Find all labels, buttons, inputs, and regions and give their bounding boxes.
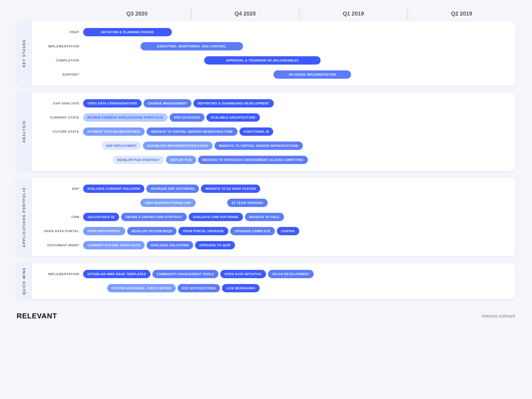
sap-deployment-pill: SAP DEPLOYMENT	[102, 142, 141, 150]
reporting-dashboard-pill: REPORTING & DASHBOARD DEVELOPMENT	[193, 99, 274, 108]
develop-plm-strategy-pill: DEVELOP PLM STRATEGY	[113, 156, 164, 164]
approval-transfer-pill: APPROVAL & TRANSFER OF DELIVERABLES	[204, 56, 321, 65]
erp-pills: EVALUATE CURRENT SOLUTION UPGRADE ERP SO…	[83, 185, 511, 193]
change-management-pill: CHANGE MANAGEMENT	[144, 99, 191, 108]
functional-m-pill: FUNCTIONAL M	[239, 127, 273, 136]
document-mgmt-label: DOCUMENT MGMT	[32, 244, 83, 247]
gap-pills: OPEN DATA CONSIDERATIONS CHANGE MANAGEME…	[83, 99, 511, 108]
erp-label: ERP	[32, 187, 83, 190]
quarters-header: Q3 2020 Q4 2020 Q1 2019 Q2 2019	[83, 8, 515, 19]
analysis-label: ANALYSIS	[17, 93, 32, 171]
support-pills: ON-GOING IMPLEMENTATION	[83, 70, 511, 79]
current-state-label: CURRENT STATE	[32, 116, 83, 119]
evaluate-solutions-pill: EVALUATE SOLUTIONS	[147, 241, 193, 249]
epd-outdated-pill: EPD OUTDATED	[170, 113, 204, 122]
applications-label: APPLICATIONS PORTFOLIO	[17, 178, 32, 256]
key-stages-support-row: SUPPORT ON-GOING IMPLEMENTATION	[32, 69, 511, 80]
brand-name: RELEVANT	[17, 312, 57, 320]
quarter-q2-2019: Q2 2019	[408, 8, 516, 19]
open-data-portal-pill: OPEN DATA PORTAL	[83, 227, 125, 235]
sap-pills: SAP DEPLOYMENT ESTABLISH IMPLEMENTATION …	[83, 142, 511, 150]
e2-team-training-pill: E2 TEAM TRAINING	[227, 199, 268, 207]
key-stages-body: PREP INITIATION & PLANNING PERIOD IMPLEM…	[32, 21, 515, 85]
document-mgmt-pills: CURRENT SYSTEM: ZOHO DOCS EVALUATE SOLUT…	[83, 241, 511, 249]
initiation-planning-pill: INITIATION & PLANNING PERIOD	[83, 28, 172, 36]
migrate-strategic-env-pill: MIGRATE TO STRATEGIC ENVIRONMENT (CLOUD …	[198, 156, 308, 164]
footer: RELEVANT relevant.software	[17, 306, 515, 320]
quick-wins-section: QUICK WINS IMPLEMENTATION ESTABLISH WMS …	[17, 263, 515, 299]
completion-pills: APPROVAL & TRANSFER OF DELIVERABLES	[83, 56, 511, 65]
analysis-body: GAP ANALYSIS OPEN DATA CONSIDERATIONS CH…	[32, 93, 515, 171]
future-state-pills: PAYMENT SYSTEM (BRAINTREE) MIGRATE TO VI…	[83, 127, 511, 136]
iqms-manufacturing-erp-pill: IQMS MANUFACTURING ERP	[140, 199, 196, 207]
quarter-q3-2020: Q3 2020	[83, 8, 191, 19]
quarter-q4-2020: Q4 2020	[191, 8, 300, 19]
plm-row: DEVELOP PLM STRATEGY DEPLOY PLM MIGRATE …	[32, 154, 511, 166]
payment-system-pill: PAYMENT SYSTEM (BRAINTREE)	[83, 127, 145, 136]
key-stages-impl-row: IMPLEMENTATION EXECUTING. MONITORING. AN…	[32, 40, 511, 52]
community-engagement-pill: COMMUNITY ENGAGEMENT TOOLS	[152, 270, 218, 278]
migrate-to-sale-pill: MIGRATE TO SALE	[245, 213, 284, 221]
system-upgrades-row: SYSTEM UPGRADES - DATA CENTER EOC NOTIFI…	[32, 282, 511, 294]
open-data-portal-row: OPEN DATA PORTAL OPEN DATA PORTAL DEVELO…	[32, 225, 511, 237]
analysis-section: ANALYSIS GAP ANALYSIS OPEN DATA CONSIDER…	[17, 93, 515, 171]
open-data-portal-label: OPEN DATA PORTAL	[32, 229, 83, 233]
prep-pills: INITIATION & PLANNING PERIOD	[83, 28, 511, 36]
live-messaging-pill: LIVE MESSAGING	[222, 284, 259, 292]
crm-pills: SALESFORCE IQ DEFINE A UNIFIED CRM STRAT…	[83, 213, 511, 221]
footer-url: relevant.software	[482, 314, 515, 319]
system-upgrades-pills: SYSTEM UPGRADES - DATA CENTER EOC NOTIFI…	[83, 284, 511, 292]
open-data-considerations-pill: OPEN DATA CONSIDERATIONS	[83, 99, 142, 108]
key-stages-label: KEY STAGES	[17, 21, 32, 85]
quick-wins-impl-row: IMPLEMENTATION ESTABLISH WMS BASE TEMPLA…	[32, 268, 511, 280]
open-data-portal-pills: OPEN DATA PORTAL DEVELOP SYSTEM REQS OPE…	[83, 227, 511, 235]
atlas-development-pill: ATLAS DEVELOPMENT	[268, 270, 314, 278]
completion-label: COMPLETION	[32, 59, 83, 62]
centra-pill: CENTRA	[277, 227, 299, 235]
salesforce-iq-pill: SALESFORCE IQ	[83, 213, 119, 221]
migrate-virtual-server-pill: MIGRATE TO VIRTUAL SERVER INFRASTRUCTURE	[147, 127, 237, 136]
executing-monitoring-pill: EXECUTING. MONITORING. AND CONTROL	[140, 42, 243, 50]
future-state-label: FUTURE STATE	[32, 130, 83, 133]
quick-wins-body: IMPLEMENTATION ESTABLISH WMS BASE TEMPLA…	[32, 263, 515, 299]
upgrade-quip-pill: UPRGADE TO QUIP	[195, 241, 235, 249]
key-stages-section: KEY STAGES PREP INITIATION & PLANNING PE…	[17, 21, 515, 85]
zoho-docs-pill: CURRENT SYSTEM: ZOHO DOCS	[83, 241, 145, 249]
open-data-initiative-pill: OPEN DATA INITIATIVE	[220, 270, 266, 278]
key-stages-completion-row: COMPLETION APPROVAL & TRANSFER OF DELIVE…	[32, 55, 511, 66]
support-label: SUPPORT	[32, 73, 83, 76]
current-state-row: CURRENT STATE REVIEW CURRENT APPLICATION…	[32, 112, 511, 123]
erp-row: ERP EVALUATE CURRENT SOLUTION UPGRADE ER…	[32, 183, 511, 195]
establish-impl-steps-pill: ESTABLISH IMPLEMENTATION STEPS	[143, 142, 213, 150]
crm-label: CRM	[32, 215, 83, 219]
system-upgrades-data-center-pill: SYSTEM UPGRADES - DATA CENTER	[107, 284, 176, 292]
key-stages-prep-row: PREP INITIATION & PLANNING PERIOD	[32, 26, 511, 38]
define-unified-crm-pill: DEFINE A UNIFIED CRM STRATEGY	[121, 213, 187, 221]
deploy-plm-pill: DEPLOY PLM	[166, 156, 196, 164]
upgrade-complete-pill: UPGRADE COMPLETE	[230, 227, 275, 235]
iqms-pills: IQMS MANUFACTURING ERP E2 TEAM TRAINING	[83, 199, 511, 207]
gap-analysis-label: GAP ANALYSIS	[32, 102, 83, 105]
scalable-architecture-pill: SCALABLE ARCHITECTURE	[206, 113, 260, 122]
sap-row: SAP DEPLOYMENT ESTABLISH IMPLEMENTATION …	[32, 140, 511, 152]
quarter-q1-2019: Q1 2019	[300, 8, 408, 19]
eoc-notifications-pill: EOC NOTIFICATIONS	[178, 284, 220, 292]
gap-analysis-row: GAP ANALYSIS OPEN DATA CONSIDERATIONS CH…	[32, 98, 511, 109]
impl-pills: EXECUTING. MONITORING. AND CONTROL	[83, 42, 511, 50]
quick-wins-impl-label: IMPLEMENTATION	[32, 272, 83, 276]
crm-row: CRM SALESFORCE IQ DEFINE A UNIFIED CRM S…	[32, 211, 511, 223]
evaluate-crm-software-pill: EVALUATE CRM SOFTWARE	[189, 213, 243, 221]
ongoing-implementation-pill: ON-GOING IMPLEMENTATION	[273, 70, 351, 79]
applications-section: APPLICATIONS PORTFOLIO ERP EVALUATE CURR…	[17, 178, 515, 256]
prep-label: PREP	[32, 30, 83, 34]
evaluate-current-solution-pill: EVALUATE CURRENT SOLUTION	[83, 185, 144, 193]
iqms-row: IQMS MANUFACTURING ERP E2 TEAM TRAINING	[32, 197, 511, 209]
establish-wms-pill: ESTABLISH WMS BASE TEMPLATES	[83, 270, 150, 278]
plm-pills: DEVELOP PLM STRATEGY DEPLOY PLM MIGRATE …	[83, 156, 511, 164]
quick-wins-impl-pills: ESTABLISH WMS BASE TEMPLATES COMMUNITY E…	[83, 270, 511, 278]
document-mgmt-row: DOCUMENT MGMT CURRENT SYSTEM: ZOHO DOCS …	[32, 239, 511, 251]
current-state-pills: REVIEW CURRENT APPLICATIONS PORTFOLIO EP…	[83, 113, 511, 122]
future-state-row: FUTURE STATE PAYMENT SYSTEM (BRAINTREE) …	[32, 126, 511, 137]
implementation-label: IMPLEMENTATION	[32, 45, 83, 48]
migrate-virtual-infrastucture-pill: MIGRATE TO VIRTUAL SERVER INFRASTUCTURE	[214, 142, 303, 150]
